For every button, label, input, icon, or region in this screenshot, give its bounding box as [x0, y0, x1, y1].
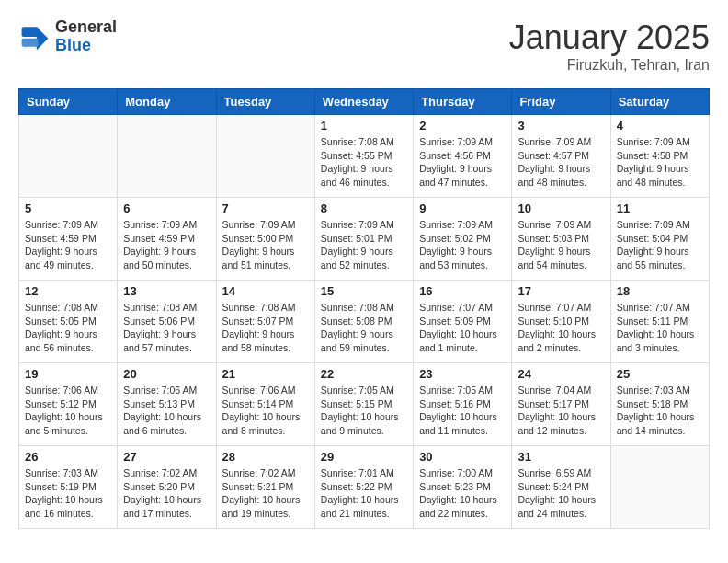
day-info: Sunrise: 7:02 AMSunset: 5:21 PMDaylight:…: [222, 466, 309, 521]
day-info: Sunrise: 7:08 AMSunset: 5:07 PMDaylight:…: [222, 301, 309, 355]
day-number: 14: [222, 284, 309, 298]
day-header-saturday: Saturday: [610, 89, 709, 115]
calendar-cell: 3Sunrise: 7:09 AMSunset: 4:57 PMDaylight…: [512, 115, 610, 198]
day-number: 16: [419, 284, 506, 298]
day-info: Sunrise: 7:02 AMSunset: 5:20 PMDaylight:…: [123, 466, 210, 521]
logo-icon: [18, 20, 51, 53]
week-row-5: 26Sunrise: 7:03 AMSunset: 5:19 PMDayligh…: [19, 446, 710, 529]
calendar-cell: 12Sunrise: 7:08 AMSunset: 5:05 PMDayligh…: [19, 281, 118, 363]
day-number: 23: [419, 367, 506, 381]
calendar-cell: 11Sunrise: 7:09 AMSunset: 5:04 PMDayligh…: [610, 198, 709, 281]
calendar-cell: 14Sunrise: 7:08 AMSunset: 5:07 PMDayligh…: [216, 281, 314, 363]
calendar-cell: 26Sunrise: 7:03 AMSunset: 5:19 PMDayligh…: [19, 446, 118, 529]
calendar-cell: 2Sunrise: 7:09 AMSunset: 4:56 PMDaylight…: [414, 115, 512, 198]
svg-marker-0: [37, 27, 49, 50]
day-info: Sunrise: 7:06 AMSunset: 5:14 PMDaylight:…: [222, 384, 309, 438]
day-number: 18: [617, 284, 703, 298]
calendar-cell: 16Sunrise: 7:07 AMSunset: 5:09 PMDayligh…: [414, 281, 512, 363]
day-header-sunday: Sunday: [19, 89, 118, 115]
day-header-tuesday: Tuesday: [216, 89, 314, 115]
day-number: 17: [518, 284, 604, 298]
calendar-cell: 27Sunrise: 7:02 AMSunset: 5:20 PMDayligh…: [118, 446, 216, 529]
day-info: Sunrise: 7:09 AMSunset: 5:00 PMDaylight:…: [222, 218, 309, 272]
page-header: General Blue January 2025 Firuzkuh, Tehr…: [18, 18, 710, 74]
calendar-cell: 5Sunrise: 7:09 AMSunset: 4:59 PMDaylight…: [19, 198, 118, 281]
calendar-cell: 1Sunrise: 7:08 AMSunset: 4:55 PMDaylight…: [314, 115, 413, 198]
day-info: Sunrise: 7:09 AMSunset: 5:03 PMDaylight:…: [518, 218, 604, 272]
calendar-cell: 28Sunrise: 7:02 AMSunset: 5:21 PMDayligh…: [216, 446, 314, 529]
days-header-row: SundayMondayTuesdayWednesdayThursdayFrid…: [19, 89, 710, 115]
day-number: 2: [419, 119, 506, 132]
day-number: 12: [25, 284, 111, 298]
calendar-cell: [19, 115, 118, 198]
calendar-cell: 24Sunrise: 7:04 AMSunset: 5:17 PMDayligh…: [512, 363, 610, 446]
day-number: 5: [25, 201, 111, 215]
day-info: Sunrise: 7:09 AMSunset: 4:56 PMDaylight:…: [419, 135, 506, 190]
day-number: 25: [617, 367, 703, 381]
day-info: Sunrise: 7:08 AMSunset: 4:55 PMDaylight:…: [321, 135, 407, 190]
day-info: Sunrise: 7:07 AMSunset: 5:09 PMDaylight:…: [419, 301, 506, 355]
day-number: 15: [321, 284, 407, 298]
day-info: Sunrise: 7:00 AMSunset: 5:23 PMDaylight:…: [419, 466, 506, 521]
day-number: 6: [123, 201, 210, 215]
calendar-cell: 31Sunrise: 6:59 AMSunset: 5:24 PMDayligh…: [512, 446, 610, 529]
calendar-cell: 17Sunrise: 7:07 AMSunset: 5:10 PMDayligh…: [512, 281, 610, 363]
day-info: Sunrise: 7:05 AMSunset: 5:15 PMDaylight:…: [321, 384, 407, 438]
day-info: Sunrise: 7:09 AMSunset: 4:59 PMDaylight:…: [123, 218, 210, 272]
week-row-4: 19Sunrise: 7:06 AMSunset: 5:12 PMDayligh…: [19, 363, 710, 446]
day-number: 30: [419, 450, 506, 464]
day-number: 24: [518, 367, 604, 381]
day-number: 3: [518, 119, 604, 132]
day-number: 10: [518, 201, 604, 215]
day-info: Sunrise: 7:01 AMSunset: 5:22 PMDaylight:…: [321, 466, 407, 521]
day-number: 27: [123, 450, 210, 464]
day-info: Sunrise: 7:07 AMSunset: 5:10 PMDaylight:…: [518, 301, 604, 355]
day-number: 28: [222, 450, 309, 464]
day-info: Sunrise: 7:09 AMSunset: 4:57 PMDaylight:…: [518, 135, 604, 190]
calendar-cell: 10Sunrise: 7:09 AMSunset: 5:03 PMDayligh…: [512, 198, 610, 281]
calendar-table: SundayMondayTuesdayWednesdayThursdayFrid…: [18, 88, 710, 529]
logo: General Blue: [18, 18, 117, 55]
day-number: 7: [222, 201, 309, 215]
day-number: 31: [518, 450, 604, 464]
day-info: Sunrise: 7:08 AMSunset: 5:08 PMDaylight:…: [321, 301, 407, 355]
svg-rect-1: [22, 27, 39, 37]
day-number: 19: [25, 367, 111, 381]
location: Firuzkuh, Tehran, Iran: [509, 57, 710, 74]
calendar-cell: [610, 446, 709, 529]
day-number: 29: [321, 450, 407, 464]
calendar-cell: 7Sunrise: 7:09 AMSunset: 5:00 PMDaylight…: [216, 198, 314, 281]
day-header-wednesday: Wednesday: [314, 89, 413, 115]
day-info: Sunrise: 7:09 AMSunset: 4:58 PMDaylight:…: [617, 135, 703, 190]
calendar-cell: 18Sunrise: 7:07 AMSunset: 5:11 PMDayligh…: [610, 281, 709, 363]
day-info: Sunrise: 7:06 AMSunset: 5:13 PMDaylight:…: [123, 384, 210, 438]
day-info: Sunrise: 7:03 AMSunset: 5:18 PMDaylight:…: [617, 384, 703, 438]
day-number: 1: [321, 119, 407, 132]
calendar-cell: 19Sunrise: 7:06 AMSunset: 5:12 PMDayligh…: [19, 363, 118, 446]
title-block: January 2025 Firuzkuh, Tehran, Iran: [509, 18, 710, 74]
day-number: 21: [222, 367, 309, 381]
calendar-cell: 8Sunrise: 7:09 AMSunset: 5:01 PMDaylight…: [314, 198, 413, 281]
calendar-cell: 25Sunrise: 7:03 AMSunset: 5:18 PMDayligh…: [610, 363, 709, 446]
calendar-cell: 6Sunrise: 7:09 AMSunset: 4:59 PMDaylight…: [118, 198, 216, 281]
day-info: Sunrise: 7:09 AMSunset: 5:01 PMDaylight:…: [321, 218, 407, 272]
day-header-friday: Friday: [512, 89, 610, 115]
day-number: 20: [123, 367, 210, 381]
calendar-cell: 13Sunrise: 7:08 AMSunset: 5:06 PMDayligh…: [118, 281, 216, 363]
calendar-cell: [216, 115, 314, 198]
day-info: Sunrise: 7:05 AMSunset: 5:16 PMDaylight:…: [419, 384, 506, 438]
day-header-monday: Monday: [118, 89, 216, 115]
svg-rect-2: [22, 39, 39, 47]
day-info: Sunrise: 7:07 AMSunset: 5:11 PMDaylight:…: [617, 301, 703, 355]
day-info: Sunrise: 7:03 AMSunset: 5:19 PMDaylight:…: [25, 466, 111, 521]
week-row-2: 5Sunrise: 7:09 AMSunset: 4:59 PMDaylight…: [19, 198, 710, 281]
day-info: Sunrise: 7:04 AMSunset: 5:17 PMDaylight:…: [518, 384, 604, 438]
month-title: January 2025: [509, 18, 710, 57]
day-number: 22: [321, 367, 407, 381]
day-info: Sunrise: 6:59 AMSunset: 5:24 PMDaylight:…: [518, 466, 604, 521]
calendar-cell: 22Sunrise: 7:05 AMSunset: 5:15 PMDayligh…: [314, 363, 413, 446]
day-info: Sunrise: 7:06 AMSunset: 5:12 PMDaylight:…: [25, 384, 111, 438]
calendar-cell: 15Sunrise: 7:08 AMSunset: 5:08 PMDayligh…: [314, 281, 413, 363]
logo-text: General Blue: [55, 18, 117, 55]
day-info: Sunrise: 7:08 AMSunset: 5:05 PMDaylight:…: [25, 301, 111, 355]
